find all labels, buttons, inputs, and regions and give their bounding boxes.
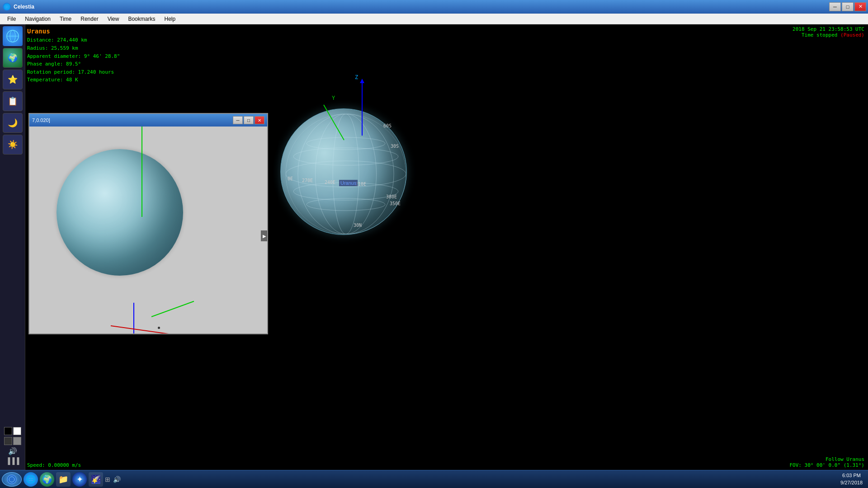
datetime-display: 2018 Sep 21 23:58:53 UTC [793, 26, 864, 32]
sidebar-btn-earth[interactable]: 🌍 [3, 48, 23, 68]
speed-display: Speed: 0.00000 m/s [27, 462, 81, 468]
topright-info: 2018 Sep 21 23:58:53 UTC Time stopped (P… [793, 26, 864, 38]
sub-blue-axis-bottom [133, 303, 134, 333]
sub-window-content: ▶ [29, 127, 267, 333]
sub-red-line [111, 325, 223, 333]
sub-window: 7,0.020] ─ □ ✕ ▶ [28, 113, 268, 334]
sub-window-collapse-arrow[interactable]: ▶ [261, 230, 267, 241]
taskbar-celestia-icon[interactable]: ✦ [72, 472, 87, 487]
color-swatch-dark[interactable] [4, 437, 12, 445]
start-button[interactable] [2, 472, 22, 487]
titlebar-left: 🌐 Celestia [0, 3, 34, 11]
close-button[interactable]: ✕ [854, 2, 866, 11]
uranus-sub-sphere [57, 149, 183, 276]
sound-icon[interactable]: 🔊 [113, 476, 121, 483]
sub-close-button[interactable]: ✕ [255, 116, 264, 124]
titlebar: 🌐 Celestia ─ □ ✕ [0, 0, 868, 14]
sidebar-btn-globe[interactable] [3, 26, 23, 46]
bottomleft-info: Speed: 0.00000 m/s [27, 462, 81, 468]
color-swatch-white[interactable] [13, 427, 21, 435]
follow-label: Follow Uranus [789, 456, 864, 462]
uranus-main-sphere [280, 108, 407, 235]
sidebar-bottom: 🔊 ▐▐▐ [4, 427, 21, 468]
planet-name: Uranus [27, 26, 120, 36]
color-swatches-1 [4, 427, 21, 435]
sub-window-titlebar: 7,0.020] ─ □ ✕ [29, 114, 267, 127]
menu-render[interactable]: Render [77, 15, 102, 23]
sidebar-btn-star[interactable]: ⭐ [3, 70, 23, 89]
time-status: Time stopped (Paused) [793, 32, 864, 38]
menu-navigation[interactable]: Navigation [21, 15, 54, 23]
menu-time[interactable]: Time [56, 15, 75, 23]
fov-label: FOV: 30° 00' 0.0" (1.31°) [789, 462, 864, 468]
volume-bars-icon[interactable]: ▐▐▐ [6, 457, 19, 465]
sidebar-btn-sun[interactable]: ☀️ [3, 135, 23, 155]
taskbar-date-display: 9/27/2018 [840, 479, 863, 486]
sidebar-btn-notes[interactable]: 📋 [3, 91, 23, 111]
speaker-icon[interactable]: 🔊 [8, 447, 17, 455]
menubar: File Navigation Time Render View Bookmar… [0, 14, 868, 24]
color-swatch-black[interactable] [4, 427, 12, 435]
uranus-main-container [280, 108, 416, 244]
uranus-sub [57, 149, 183, 276]
uranus-label: Uranus [339, 180, 358, 186]
svg-point-13 [7, 475, 16, 484]
color-swatches-2 [4, 437, 21, 445]
taskbar-earth-icon[interactable]: 🌍 [40, 472, 54, 487]
info-apparent-diameter: Apparent diameter: 9° 46' 28.8" [27, 52, 120, 61]
taskbar: 🌐 🌍 📁 ✦ 🌠 ⊞ 🔊 6:03 PM 9/27/2018 [0, 470, 868, 488]
maximize-button[interactable]: □ [842, 2, 854, 11]
info-temperature: Temperature: 48 K [27, 76, 120, 84]
network-icon[interactable]: ⊞ [105, 476, 110, 483]
info-phase-angle: Phase angle: 89.5° [27, 60, 120, 68]
info-rotation-period: Rotation period: 17.240 hours [27, 68, 120, 76]
sub-window-controls: ─ □ ✕ [233, 116, 264, 124]
menu-file[interactable]: File [4, 15, 19, 23]
info-radius: Radius: 25,559 km [27, 44, 120, 52]
info-panel: Uranus Distance: 274,440 km Radius: 25,5… [27, 26, 120, 84]
menu-bookmarks[interactable]: Bookmarks [124, 15, 159, 23]
taskbar-app-icon[interactable]: 🌠 [89, 472, 103, 487]
sub-minimize-button[interactable]: ─ [233, 116, 243, 124]
taskbar-folder-icon[interactable]: 📁 [56, 472, 71, 487]
taskbar-notifications: ⊞ 🔊 [105, 476, 121, 483]
window-title: Celestia [14, 4, 34, 10]
menu-help[interactable]: Help [160, 15, 179, 23]
menu-view[interactable]: View [104, 15, 123, 23]
sidebar: 🌍 ⭐ 📋 🌙 ☀️ 🔊 ▐▐▐ [0, 24, 25, 470]
color-swatch-gray[interactable] [13, 437, 21, 445]
app-icon: 🌐 [3, 3, 11, 11]
sub-green-diagonal [151, 301, 194, 317]
taskbar-browser-icon[interactable]: 🌐 [24, 472, 38, 487]
taskbar-clock[interactable]: 6:03 PM 9/27/2018 [840, 472, 866, 486]
sidebar-btn-moon[interactable]: 🌙 [3, 113, 23, 133]
info-distance: Distance: 274,440 km [27, 36, 120, 44]
sub-window-title: 7,0.020] [32, 117, 50, 123]
titlebar-controls: ─ □ ✕ [829, 2, 868, 11]
minimize-button[interactable]: ─ [829, 2, 841, 11]
taskbar-time-display: 6:03 PM [840, 472, 863, 479]
bottomright-info: Follow Uranus FOV: 30° 00' 0.0" (1.31°) [789, 456, 864, 468]
paused-label: (Paused) [840, 32, 864, 38]
sub-focal-dot [158, 327, 160, 329]
sub-maximize-button[interactable]: □ [244, 116, 254, 124]
